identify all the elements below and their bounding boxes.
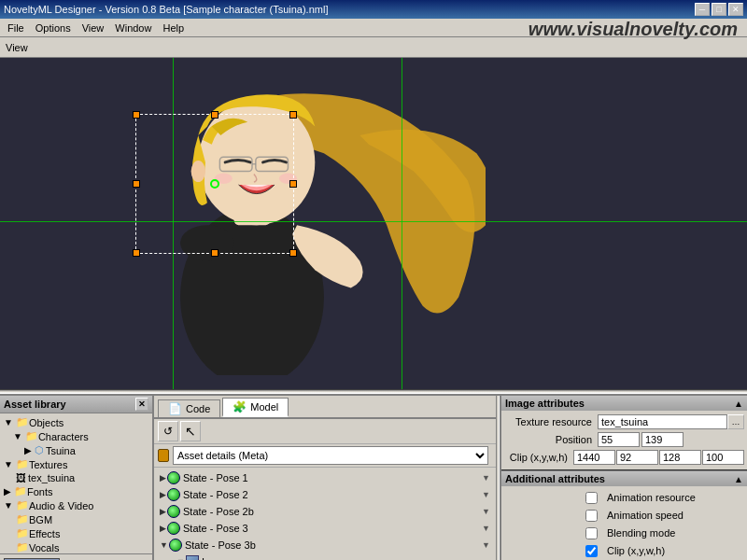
tree-row-pose1[interactable]: ▶ State - Pose 1 ▼ xyxy=(156,469,494,486)
image-attributes-header: Image attributes ▲ xyxy=(501,396,747,411)
model-icon: 🧩 xyxy=(233,400,247,413)
asset-library-header: Asset library ✕ xyxy=(0,396,152,413)
attr-animation-speed: Animation speed xyxy=(504,507,744,524)
tree-item-tex-tsuina[interactable]: 🖼 tex_tsuina xyxy=(2,471,150,484)
state-icon-pose3 xyxy=(167,522,180,535)
handle-left-middle[interactable] xyxy=(133,180,140,188)
attr-blending-mode: Blending mode xyxy=(504,525,744,541)
clip-row: Clip (x,y,w,h) xyxy=(504,449,744,466)
canvas-area xyxy=(0,58,747,389)
clip-w-input[interactable] xyxy=(659,450,701,465)
position-row: Position xyxy=(504,431,744,448)
tree-item-bgm[interactable]: 📁 BGM xyxy=(2,512,150,526)
texture-browse-button[interactable]: … xyxy=(727,414,744,429)
main-toolbar: View xyxy=(0,37,747,58)
menu-view[interactable]: View xyxy=(77,21,110,35)
refresh-button[interactable]: ↺ xyxy=(158,421,178,441)
tree-row-image1[interactable]: ▼ Image xyxy=(173,553,494,560)
folder-icon: 📁 xyxy=(16,416,29,428)
toolbar-view-label: View xyxy=(2,42,32,53)
pivot-point xyxy=(210,179,219,189)
state-icon-pose2b xyxy=(167,505,180,518)
texture-resource-input[interactable] xyxy=(598,414,727,429)
attr-clip: Clip (x,y,w,h) xyxy=(504,542,744,559)
menu-help[interactable]: Help xyxy=(157,21,190,35)
image-icon-1 xyxy=(186,555,199,560)
asset-library-close[interactable]: ✕ xyxy=(135,398,148,411)
menu-file[interactable]: File xyxy=(2,21,30,35)
tree-toolbar: ↺ ↖ xyxy=(154,419,496,444)
middle-panel: 📄 Code 🧩 Model ↺ ↖ Asset details (Meta) xyxy=(154,396,496,560)
additional-attributes-section: Additional attributes ▲ Animation resour… xyxy=(501,471,747,560)
tab-bar: 📄 Code 🧩 Model xyxy=(154,396,496,419)
asset-tree: ▼ 📁 Objects ▼ 📁 Characters ▶ ⬡ Tsuina ▼ xyxy=(0,413,152,553)
tree-row-pose2b[interactable]: ▶ State - Pose 2b ▼ xyxy=(156,503,494,520)
handle-bottom-left[interactable] xyxy=(133,249,140,257)
asset-details-bar: Asset details (Meta) xyxy=(154,444,496,468)
bottom-panel: Asset library ✕ ▼ 📁 Objects ▼ 📁 Characte… xyxy=(0,394,747,560)
state-icon-pose1 xyxy=(167,471,180,484)
tree-item-fonts[interactable]: ▶ 📁 Fonts xyxy=(2,484,150,498)
tree-item-textures[interactable]: ▼ 📁 Textures xyxy=(2,457,150,471)
clip-x-input[interactable] xyxy=(573,450,615,465)
handle-top-middle[interactable] xyxy=(211,111,218,119)
additional-attributes-header: Additional attributes ▲ xyxy=(501,471,747,486)
handle-top-right[interactable] xyxy=(289,111,297,119)
animation-resource-checkbox[interactable] xyxy=(585,492,598,504)
clip-checkbox[interactable] xyxy=(585,545,598,557)
minimize-button[interactable]: ─ xyxy=(695,3,710,16)
tree-item-tsuina[interactable]: ▶ ⬡ Tsuina xyxy=(2,443,150,457)
tree-item-vocals[interactable]: 📁 Vocals xyxy=(2,540,150,553)
handle-top-left[interactable] xyxy=(133,111,140,119)
tab-model[interactable]: 🧩 Model xyxy=(222,398,289,417)
asset-library-panel: Asset library ✕ ▼ 📁 Objects ▼ 📁 Characte… xyxy=(0,396,154,560)
logo: www.visualnovelty.com xyxy=(529,19,738,40)
cursor-button[interactable]: ↖ xyxy=(180,421,201,441)
image-node-container: ▼ Image ◆ Clip (x,y,w,h) = "480,0,480,60… xyxy=(156,553,494,560)
menu-window[interactable]: Window xyxy=(109,21,157,35)
maximize-button[interactable]: □ xyxy=(712,3,726,16)
tree-row-pose3b[interactable]: ▼ State - Pose 3b ▼ xyxy=(156,537,494,553)
guideline-horizontal xyxy=(0,221,747,222)
close-button[interactable]: ✕ xyxy=(728,3,743,16)
guideline-vertical-2 xyxy=(402,58,402,389)
clip-y-input[interactable] xyxy=(616,450,658,465)
meta-icon xyxy=(158,449,169,462)
tab-code[interactable]: 📄 Code xyxy=(158,399,220,417)
asset-details-dropdown[interactable]: Asset details (Meta) xyxy=(173,446,488,465)
character-preview: Tsuina By: Tsuina http://tomoko.den... xyxy=(0,553,152,560)
state-icon-pose3b xyxy=(169,539,182,552)
tree-item-audio-video[interactable]: ▼ 📁 Audio & Video xyxy=(2,498,150,512)
window-title: NoveltyML Designer - Version 0.8 Beta [S… xyxy=(4,4,328,15)
image-attributes-section: Image attributes ▲ Texture resource … Po… xyxy=(501,396,747,471)
window-controls: ─ □ ✕ xyxy=(695,3,743,16)
code-icon: 📄 xyxy=(168,402,182,415)
tree-row-pose2[interactable]: ▶ State - Pose 2 ▼ xyxy=(156,486,494,503)
position-y-input[interactable] xyxy=(641,432,684,447)
additional-attributes-content: Animation resource Animation speed Blend… xyxy=(501,486,747,560)
tree-item-effects[interactable]: 📁 Effects xyxy=(2,526,150,540)
animation-speed-checkbox[interactable] xyxy=(585,510,598,522)
tree-item-characters[interactable]: ▼ 📁 Characters xyxy=(2,429,150,443)
image-attributes-content: Texture resource … Position Clip (x,y,w,… xyxy=(501,411,747,469)
expand-icon: ▼ xyxy=(4,417,13,427)
bottom-row: Asset library ✕ ▼ 📁 Objects ▼ 📁 Characte… xyxy=(0,396,747,560)
blending-mode-checkbox[interactable] xyxy=(585,527,598,539)
title-bar: NoveltyML Designer - Version 0.8 Beta [S… xyxy=(0,0,747,19)
attr-animation-resource: Animation resource xyxy=(504,489,744,506)
selection-box xyxy=(135,114,294,254)
texture-resource-row: Texture resource … xyxy=(504,413,744,430)
tree-content: ▶ State - Pose 1 ▼ ▶ State - Pose 2 ▼ ▶ … xyxy=(154,468,496,560)
handle-bottom-right[interactable] xyxy=(289,249,297,257)
state-icon-pose2 xyxy=(167,488,180,501)
tree-row-pose3[interactable]: ▶ State - Pose 3 ▼ xyxy=(156,520,494,537)
right-panel: Image attributes ▲ Texture resource … Po… xyxy=(500,396,747,560)
clip-h-input[interactable] xyxy=(702,450,744,465)
handle-right-middle[interactable] xyxy=(289,180,297,188)
menu-options[interactable]: Options xyxy=(30,21,77,35)
tree-item-objects[interactable]: ▼ 📁 Objects xyxy=(2,415,150,429)
position-x-input[interactable] xyxy=(598,432,640,447)
asset-library-title: Asset library xyxy=(4,399,66,410)
handle-bottom-middle[interactable] xyxy=(211,249,218,257)
